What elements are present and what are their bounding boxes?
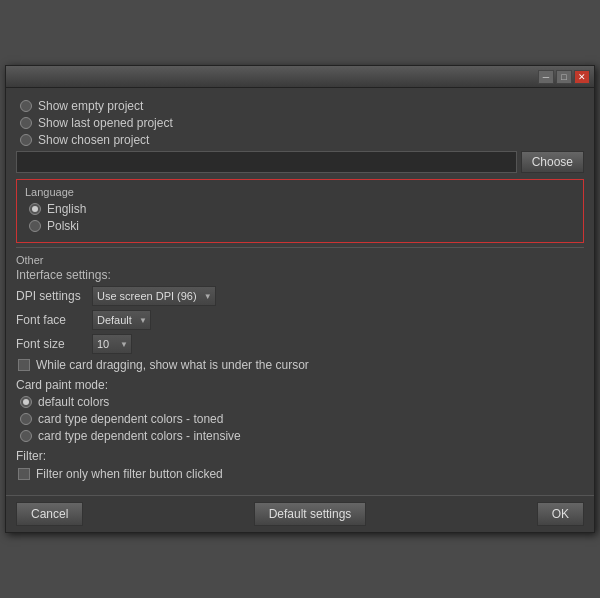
language-section-label: Language [25,186,575,198]
other-title: Other [16,254,584,266]
font-size-row: Font size 10 [16,334,584,354]
english-radio[interactable] [29,203,41,215]
maximize-button[interactable]: □ [556,70,572,84]
title-bar-buttons: ─ □ ✕ [538,70,590,84]
polski-row[interactable]: Polski [25,219,575,233]
card-paint-section: Card paint mode: default colors card typ… [16,378,584,443]
other-section: Other Interface settings: DPI settings U… [16,247,584,481]
content-area: Show empty project Show last opened proj… [6,88,594,495]
filter-checkbox[interactable] [18,468,30,480]
polski-radio[interactable] [29,220,41,232]
dpi-value: Use screen DPI (96) [97,290,197,302]
card-paint-label: Card paint mode: [16,378,584,392]
font-face-label: Font face [16,313,86,327]
interface-settings-label: Interface settings: [16,268,584,282]
show-chosen-row[interactable]: Show chosen project [16,133,584,147]
cursor-checkbox[interactable] [18,359,30,371]
toned-radio[interactable] [20,413,32,425]
show-empty-radio[interactable] [20,100,32,112]
default-colors-label: default colors [38,395,109,409]
show-empty-row[interactable]: Show empty project [16,99,584,113]
show-empty-label: Show empty project [38,99,143,113]
dpi-dropdown[interactable]: Use screen DPI (96) [92,286,216,306]
font-face-value: Default [97,314,132,326]
default-colors-row[interactable]: default colors [16,395,584,409]
intensive-label: card type dependent colors - intensive [38,429,241,443]
filter-checkbox-label: Filter only when filter button clicked [36,467,223,481]
toned-row[interactable]: card type dependent colors - toned [16,412,584,426]
dpi-row: DPI settings Use screen DPI (96) [16,286,584,306]
title-bar: ─ □ ✕ [6,66,594,88]
minimize-button[interactable]: ─ [538,70,554,84]
filter-section: Filter: Filter only when filter button c… [16,449,584,481]
choose-button[interactable]: Choose [521,151,584,173]
show-chosen-label: Show chosen project [38,133,149,147]
main-window: ─ □ ✕ Show empty project Show last opene… [5,65,595,533]
filter-row[interactable]: Filter only when filter button clicked [16,467,584,481]
ok-button[interactable]: OK [537,502,584,526]
default-colors-radio[interactable] [20,396,32,408]
show-last-row[interactable]: Show last opened project [16,116,584,130]
startup-section: Show empty project Show last opened proj… [16,99,584,173]
toned-label: card type dependent colors - toned [38,412,223,426]
filter-label: Filter: [16,449,584,463]
path-input[interactable] [16,151,517,173]
dpi-label: DPI settings [16,289,86,303]
language-section: Language English Polski [16,179,584,243]
show-last-label: Show last opened project [38,116,173,130]
bottom-bar: Cancel Default settings OK [6,495,594,532]
english-label: English [47,202,86,216]
font-size-dropdown[interactable]: 10 [92,334,132,354]
intensive-radio[interactable] [20,430,32,442]
close-button[interactable]: ✕ [574,70,590,84]
polski-label: Polski [47,219,79,233]
cursor-row[interactable]: While card dragging, show what is under … [16,358,584,372]
font-size-value: 10 [97,338,109,350]
cursor-label: While card dragging, show what is under … [36,358,309,372]
font-face-dropdown[interactable]: Default [92,310,151,330]
cancel-button[interactable]: Cancel [16,502,83,526]
english-row[interactable]: English [25,202,575,216]
intensive-row[interactable]: card type dependent colors - intensive [16,429,584,443]
show-last-radio[interactable] [20,117,32,129]
font-face-row: Font face Default [16,310,584,330]
font-size-label: Font size [16,337,86,351]
chosen-path-row: Choose [16,151,584,173]
default-settings-button[interactable]: Default settings [254,502,367,526]
show-chosen-radio[interactable] [20,134,32,146]
